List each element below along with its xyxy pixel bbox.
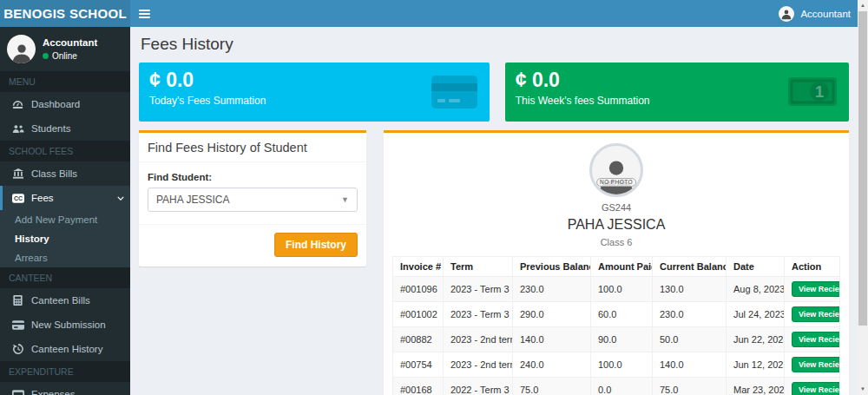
sidebar-user-name: Accountant <box>43 37 97 48</box>
view-receipt-button[interactable]: View Reciept <box>792 357 840 372</box>
sidebar-item-label: Students <box>31 123 70 134</box>
scrollbar-thumb[interactable] <box>858 11 867 326</box>
col-header-action: Action <box>785 257 840 277</box>
vertical-scrollbar[interactable]: ▲ ▼ <box>858 0 868 395</box>
cell-current-balance: 75.0 <box>653 378 727 395</box>
cell-action: View Reciept <box>785 378 840 395</box>
sidebar-item-new-submission[interactable]: New Submission <box>0 313 130 337</box>
sidebar-item-fees[interactable]: CC Fees <box>0 186 130 210</box>
col-header-current-balance: Current Balance <box>653 257 727 277</box>
users-icon <box>11 123 24 134</box>
find-student-label: Find Student: <box>148 172 358 182</box>
cell-amount-paid: 60.0 <box>591 302 653 327</box>
sidebar-item-add-new-payment[interactable]: Add New Payment <box>0 210 130 229</box>
cell-previous-balance: 140.0 <box>513 327 591 352</box>
find-box-footer: Find History <box>139 224 366 267</box>
view-receipt-button[interactable]: View Reciept <box>792 382 840 395</box>
sidebar-toggle-icon[interactable] <box>139 0 165 27</box>
view-receipt-button[interactable]: View Reciept <box>792 281 840 297</box>
cell-current-balance: 230.0 <box>653 302 727 327</box>
navbar-content: Accountant <box>130 0 868 27</box>
online-status-icon <box>43 53 49 59</box>
student-select[interactable]: PAHA JESSICA ▼ <box>148 188 358 212</box>
sidebar-item-class-bills[interactable]: Class Bills <box>0 161 130 186</box>
cell-action: View Reciept <box>785 277 840 302</box>
sidebar-item-label: Dashboard <box>31 99 80 109</box>
scroll-up-icon[interactable]: ▲ <box>858 0 868 11</box>
cell-previous-balance: 240.0 <box>513 352 591 378</box>
student-select-value: PAHA JESSICA <box>156 194 229 206</box>
cell-date: Aug 8, 2023 <box>727 277 785 302</box>
table-row: #00754 2023 - 2nd term 240.0 100.0 140.0… <box>393 352 840 378</box>
user-avatar-icon <box>779 6 794 22</box>
cell-term: 2022 - Term 3 <box>444 378 513 395</box>
online-status-label: Online <box>52 51 77 61</box>
find-box-title: Find Fees History of Student <box>139 133 366 162</box>
cell-invoice: #00754 <box>393 352 444 378</box>
student-id: GS244 <box>392 202 840 213</box>
sidebar-item-label: Expenses <box>31 389 76 395</box>
bank-icon <box>11 168 24 179</box>
cell-amount-paid: 90.0 <box>591 327 653 352</box>
find-history-button[interactable]: Find History <box>274 233 358 257</box>
navbar-user-label: Accountant <box>800 9 851 19</box>
student-profile: NO PHOTO GS244 PAHA JESSICA Class 6 <box>392 143 840 247</box>
sidebar-item-dashboard[interactable]: Dashboard <box>0 92 130 116</box>
sidebar-section-menu: MENU <box>0 71 130 92</box>
sidebar-user-status: Online <box>43 51 97 61</box>
find-student-box: Find Fees History of Student Find Studen… <box>139 130 366 267</box>
cell-invoice: #00882 <box>393 327 444 352</box>
dashboard-icon <box>11 99 24 109</box>
week-fees-card: ¢ 0.0 This Week's fees Summation 1 <box>505 63 849 122</box>
person-silhouette-icon <box>595 155 637 196</box>
sidebar-item-label: New Submission <box>31 319 106 330</box>
sidebar-item-history[interactable]: History <box>0 229 130 248</box>
table-row: #001002 2023 - Term 3 290.0 60.0 230.0 J… <box>393 302 840 327</box>
cell-current-balance: 130.0 <box>653 277 727 302</box>
sidebar-user-panel: Accountant Online <box>0 27 130 71</box>
sidebar-item-students[interactable]: Students <box>0 116 130 141</box>
user-avatar-icon <box>7 35 36 63</box>
sidebar-item-arrears[interactable]: Arrears <box>0 248 130 267</box>
select-caret-icon: ▼ <box>341 195 349 204</box>
cell-term: 2023 - 2nd term <box>444 327 513 352</box>
sidebar-item-label: Fees <box>31 193 54 203</box>
fees-submenu: Add New Payment History Arrears <box>0 210 130 267</box>
col-header-previous-balance: Previous Balance <box>513 257 591 277</box>
sidebar-section-expenditure: EXPENDITURE <box>0 361 130 382</box>
cell-action: View Reciept <box>785 327 840 352</box>
money-bill-icon: 1 <box>786 72 838 111</box>
sidebar-section-canteen: CANTEEN <box>0 267 130 288</box>
sidebar-item-label: Canteen Bills <box>31 295 90 306</box>
scroll-down-icon[interactable]: ▼ <box>858 384 868 395</box>
brand-logo[interactable]: BENOGIS SCHOOL <box>0 0 130 27</box>
cell-date: Mar 23, 2023 <box>727 378 785 395</box>
sidebar-item-canteen-history[interactable]: Canteen History <box>0 337 130 361</box>
sidebar-section-school-fees: SCHOOL FEES <box>0 141 130 161</box>
credit-card-icon: CC <box>11 193 24 203</box>
col-header-term: Term <box>444 257 513 277</box>
credit-card-icon <box>430 72 479 111</box>
cell-date: Jul 24, 2023 <box>727 302 785 327</box>
svg-text:CC: CC <box>13 195 22 201</box>
history-icon <box>11 344 24 354</box>
student-class: Class 6 <box>392 237 840 247</box>
sidebar-item-canteen-bills[interactable]: Canteen Bills <box>0 288 130 313</box>
col-header-amount-paid: Amount Paid <box>591 257 653 277</box>
col-header-date: Date <box>727 257 785 277</box>
cell-term: 2023 - 2nd term <box>444 352 513 378</box>
cell-amount-paid: 0.0 <box>591 378 653 395</box>
sidebar: Accountant Online MENU Dashboard Student… <box>0 27 130 395</box>
student-name: PAHA JESSICA <box>392 217 840 233</box>
view-receipt-button[interactable]: View Reciept <box>792 306 840 322</box>
table-row: #00882 2023 - 2nd term 140.0 90.0 50.0 J… <box>393 327 840 352</box>
cell-action: View Reciept <box>785 302 840 327</box>
navbar-user-menu[interactable]: Accountant <box>779 6 851 22</box>
table-row: #001096 2023 - Term 3 230.0 100.0 130.0 … <box>393 277 840 302</box>
sidebar-item-label: Class Bills <box>31 168 77 179</box>
svg-text:1: 1 <box>815 83 824 101</box>
sidebar-item-expenses[interactable]: Expenses <box>0 382 130 395</box>
view-receipt-button[interactable]: View Reciept <box>792 332 840 347</box>
cell-amount-paid: 100.0 <box>591 352 653 378</box>
find-box-body: Find Student: PAHA JESSICA ▼ <box>139 162 366 224</box>
